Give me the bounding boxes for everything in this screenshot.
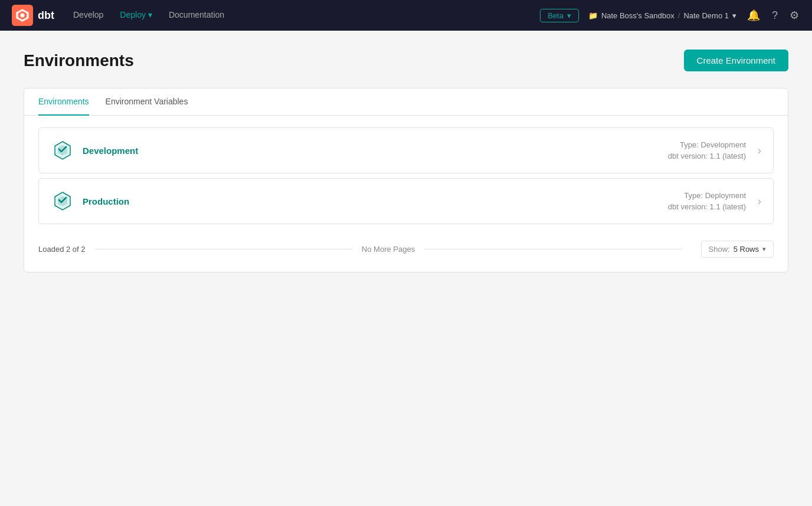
- environments-list: Development Type: Development dbt versio…: [24, 116, 788, 224]
- env-type-production: Type: Deployment: [668, 191, 746, 200]
- logo-text: dbt: [38, 9, 54, 22]
- tab-environment-variables[interactable]: Environment Variables: [106, 88, 188, 116]
- rows-value: 5 Rows: [734, 245, 759, 254]
- page-header: Environments Create Environment: [24, 50, 788, 71]
- nav-develop[interactable]: Develop: [73, 10, 103, 21]
- beta-chevron-icon: ▾: [567, 11, 571, 20]
- loaded-count: Loaded 2 of 2: [38, 245, 86, 254]
- tab-environments[interactable]: Environments: [38, 88, 89, 116]
- nav-right: Beta ▾ 📁 Nate Boss's Sandbox / Nate Demo…: [540, 9, 800, 22]
- svg-point-1: [20, 13, 24, 17]
- env-type-development: Type: Development: [668, 140, 746, 149]
- notifications-icon[interactable]: 🔔: [746, 9, 761, 22]
- deploy-chevron-icon: ▾: [148, 10, 152, 19]
- folder-icon: 📁: [588, 11, 598, 20]
- env-icon-development: [51, 139, 74, 162]
- settings-icon[interactable]: ⚙: [788, 9, 800, 22]
- show-rows-selector[interactable]: Show: 5 Rows ▾: [701, 241, 774, 258]
- no-more-pages: No More Pages: [362, 245, 415, 254]
- tabs: Environments Environment Variables: [24, 88, 788, 116]
- nav-documentation[interactable]: Documentation: [169, 10, 224, 21]
- env-chevron-production: ›: [758, 195, 761, 208]
- env-version-development: dbt version: 1.1 (latest): [668, 152, 746, 160]
- footer-divider-left: [95, 249, 352, 249]
- page-title: Environments: [24, 51, 134, 70]
- list-footer: Loaded 2 of 2 No More Pages Show: 5 Rows…: [24, 229, 788, 272]
- env-item-production[interactable]: Production Type: Deployment dbt version:…: [38, 178, 774, 224]
- env-name-production: Production: [83, 196, 129, 206]
- nav-links: Develop Deploy ▾ Documentation: [73, 10, 521, 21]
- show-rows-label: Show:: [709, 245, 730, 254]
- navbar: dbt Develop Deploy ▾ Documentation Beta …: [0, 0, 812, 31]
- logo[interactable]: dbt: [12, 5, 54, 26]
- env-version-production: dbt version: 1.1 (latest): [668, 202, 746, 211]
- env-name-development: Development: [83, 146, 138, 156]
- rows-chevron-icon: ▾: [762, 245, 766, 253]
- create-environment-button[interactable]: Create Environment: [684, 50, 788, 71]
- help-icon[interactable]: ?: [771, 9, 779, 22]
- env-meta-production: Type: Deployment dbt version: 1.1 (lates…: [668, 191, 746, 211]
- beta-badge[interactable]: Beta ▾: [540, 9, 579, 22]
- env-meta-development: Type: Development dbt version: 1.1 (late…: [668, 140, 746, 160]
- env-chevron-development: ›: [758, 144, 761, 157]
- project-name: Nate Demo 1: [683, 11, 729, 20]
- nav-deploy[interactable]: Deploy ▾: [120, 10, 152, 21]
- workspace-name: Nate Boss's Sandbox: [601, 11, 675, 20]
- env-icon-production: [51, 189, 74, 213]
- main-content: Environments Create Environment Environm…: [0, 31, 812, 291]
- env-item-development[interactable]: Development Type: Development dbt versio…: [38, 127, 774, 173]
- project-chevron-icon: ▾: [732, 11, 736, 20]
- environments-card: Environments Environment Variables Devel…: [24, 88, 788, 272]
- workspace-selector[interactable]: 📁 Nate Boss's Sandbox / Nate Demo 1 ▾: [588, 11, 736, 20]
- footer-divider-right: [424, 249, 682, 249]
